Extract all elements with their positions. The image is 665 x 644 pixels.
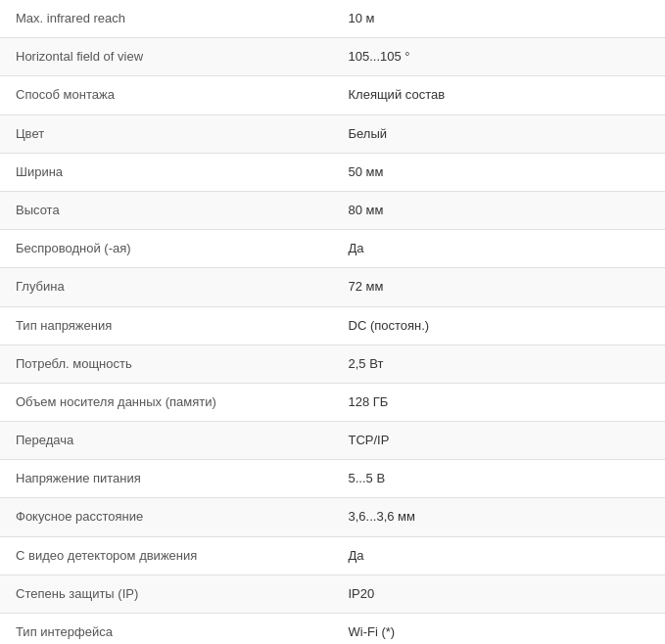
spec-value: 5...5 В xyxy=(333,460,666,498)
spec-label: С видео детектором движения xyxy=(0,536,333,575)
table-row: Степень защиты (IP)IP20 xyxy=(0,575,665,613)
table-row: Глубина72 мм xyxy=(0,268,665,306)
spec-label: Способ монтажа xyxy=(0,76,333,115)
spec-value: 72 мм xyxy=(333,268,666,306)
spec-value: Белый xyxy=(333,115,666,153)
spec-value: Wi-Fi (*) xyxy=(333,614,666,645)
table-row: Высота80 мм xyxy=(0,191,665,229)
spec-label: Цвет xyxy=(0,115,333,153)
table-row: ЦветБелый xyxy=(0,115,665,153)
spec-label: Horizontal field of view xyxy=(0,38,333,76)
spec-value: Да xyxy=(333,536,666,575)
table-row: Потребл. мощность2,5 Вт xyxy=(0,345,665,383)
table-row: Напряжение питания5...5 В xyxy=(0,460,665,498)
spec-value: 50 мм xyxy=(333,153,666,191)
spec-label: Ширина xyxy=(0,153,333,191)
spec-label: Фокусное расстояние xyxy=(0,498,333,536)
table-row: Беспроводной (-ая)Да xyxy=(0,230,665,268)
spec-label: Высота xyxy=(0,191,333,229)
spec-value: TCP/IP xyxy=(333,422,666,460)
table-row: ПередачаTCP/IP xyxy=(0,422,665,460)
table-row: Фокусное расстояние3,6...3,6 мм xyxy=(0,498,665,536)
spec-value: 2,5 Вт xyxy=(333,345,666,383)
spec-label: Объем носителя данных (памяти) xyxy=(0,383,333,421)
table-row: Способ монтажаКлеящий состав xyxy=(0,76,665,115)
table-row: Max. infrared reach10 м xyxy=(0,0,665,38)
spec-label: Беспроводной (-ая) xyxy=(0,230,333,268)
spec-value: Клеящий состав xyxy=(333,76,666,115)
spec-value: 10 м xyxy=(333,0,666,38)
table-row: Тип напряженияDC (постоян.) xyxy=(0,306,665,345)
specs-table: Max. infrared reach10 мHorizontal field … xyxy=(0,0,665,644)
spec-value: 128 ГБ xyxy=(333,383,666,421)
spec-label: Глубина xyxy=(0,268,333,306)
spec-label: Max. infrared reach xyxy=(0,0,333,38)
spec-label: Тип интерфейса xyxy=(0,614,333,645)
spec-label: Передача xyxy=(0,422,333,460)
spec-value: DC (постоян.) xyxy=(333,306,666,345)
spec-label: Тип напряжения xyxy=(0,306,333,345)
table-row: Объем носителя данных (памяти)128 ГБ xyxy=(0,383,665,421)
table-row: С видео детектором движенияДа xyxy=(0,536,665,575)
spec-label: Степень защиты (IP) xyxy=(0,575,333,613)
spec-value: 3,6...3,6 мм xyxy=(333,498,666,536)
spec-value: Да xyxy=(333,230,666,268)
spec-value: 80 мм xyxy=(333,191,666,229)
spec-label: Потребл. мощность xyxy=(0,345,333,383)
table-row: Тип интерфейсаWi-Fi (*) xyxy=(0,614,665,645)
table-row: Ширина50 мм xyxy=(0,153,665,191)
spec-value: 105...105 ° xyxy=(333,38,666,76)
table-row: Horizontal field of view105...105 ° xyxy=(0,38,665,76)
spec-value: IP20 xyxy=(333,575,666,613)
spec-label: Напряжение питания xyxy=(0,460,333,498)
